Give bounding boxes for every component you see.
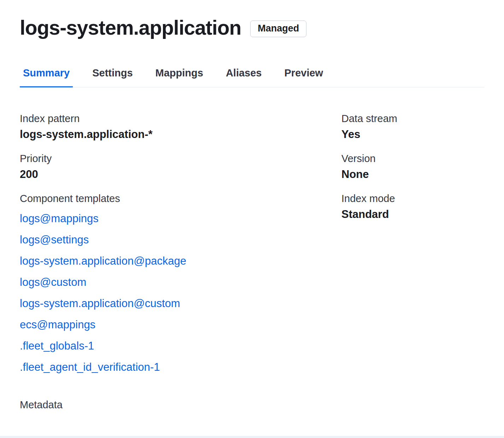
priority-value: 200 — [20, 168, 341, 181]
tab-mappings[interactable]: Mappings — [152, 67, 206, 87]
data-stream-value: Yes — [341, 128, 484, 141]
index-pattern-group: Index pattern logs-system.application-* — [20, 113, 341, 141]
summary-details: Index pattern logs-system.application-* … — [20, 113, 484, 390]
component-template-link[interactable]: logs-system.application@package — [20, 250, 186, 272]
tab-bar: Summary Settings Mappings Aliases Previe… — [20, 67, 484, 87]
component-template-link[interactable]: logs@settings — [20, 229, 89, 250]
version-group: Version None — [341, 153, 484, 181]
component-templates-group: Component templates logs@mappings logs@s… — [20, 193, 341, 378]
version-value: None — [341, 168, 484, 181]
priority-group: Priority 200 — [20, 153, 341, 181]
tab-aliases[interactable]: Aliases — [223, 67, 265, 87]
tab-summary[interactable]: Summary — [20, 67, 73, 87]
index-pattern-label: Index pattern — [20, 113, 341, 125]
component-template-link[interactable]: logs@mappings — [20, 208, 99, 229]
page-header: logs-system.application Managed — [20, 16, 484, 40]
index-pattern-value: logs-system.application-* — [20, 128, 341, 141]
data-stream-group: Data stream Yes — [341, 113, 484, 141]
managed-badge: Managed — [250, 21, 306, 37]
details-left-column: Index pattern logs-system.application-* … — [20, 113, 341, 390]
data-stream-label: Data stream — [341, 113, 484, 125]
index-mode-label: Index mode — [341, 193, 484, 204]
priority-label: Priority — [20, 153, 341, 165]
version-label: Version — [341, 153, 484, 165]
tab-preview[interactable]: Preview — [281, 67, 327, 87]
metadata-section-divider — [0, 436, 504, 438]
component-templates-list: logs@mappings logs@settings logs-system.… — [20, 208, 341, 378]
index-mode-value: Standard — [341, 208, 484, 221]
component-template-link[interactable]: .fleet_globals-1 — [20, 335, 94, 357]
details-right-column: Data stream Yes Version None Index mode … — [341, 113, 484, 233]
metadata-section-label: Metadata — [20, 399, 484, 411]
template-details-page: logs-system.application Managed Summary … — [0, 0, 504, 438]
component-template-link[interactable]: logs@custom — [20, 272, 86, 293]
tab-settings[interactable]: Settings — [89, 67, 136, 87]
component-template-link[interactable]: logs-system.application@custom — [20, 293, 180, 314]
page-title: logs-system.application — [20, 16, 241, 40]
component-template-link[interactable]: .fleet_agent_id_verification-1 — [20, 357, 160, 378]
component-template-link[interactable]: ecs@mappings — [20, 314, 95, 335]
component-templates-label: Component templates — [20, 193, 341, 204]
index-mode-group: Index mode Standard — [341, 193, 484, 221]
